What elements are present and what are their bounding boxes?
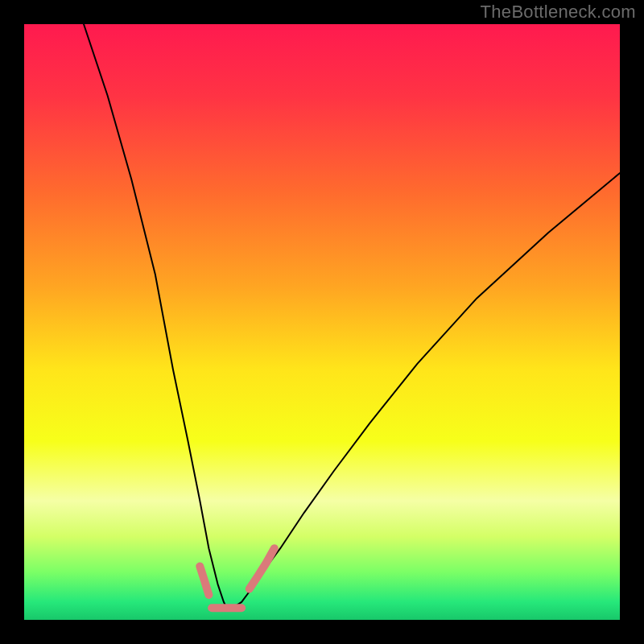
chart-svg bbox=[24, 24, 620, 620]
chart-area bbox=[24, 24, 620, 620]
chart-background bbox=[24, 24, 620, 620]
app-frame: TheBottleneck.com bbox=[0, 0, 644, 644]
watermark-text: TheBottleneck.com bbox=[481, 2, 636, 23]
